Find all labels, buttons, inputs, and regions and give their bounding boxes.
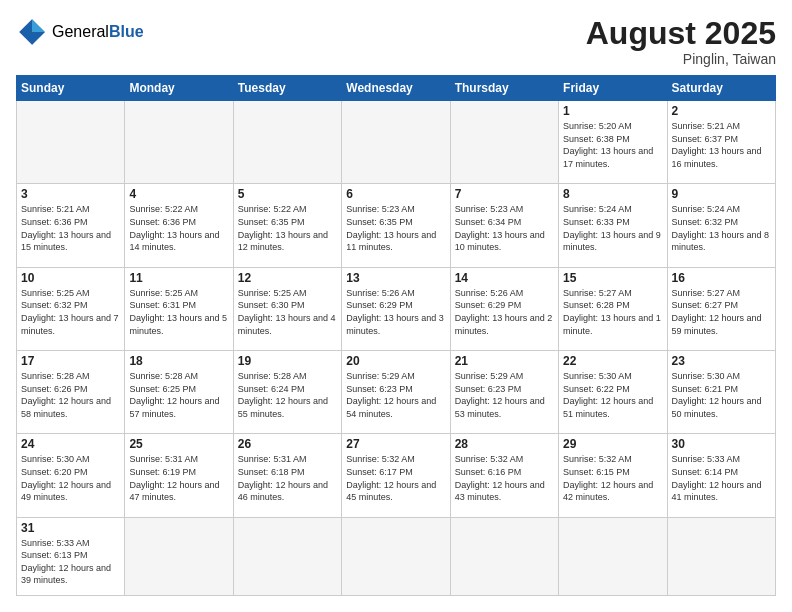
day-26: 26 Sunrise: 5:31 AMSunset: 6:18 PMDaylig…	[233, 434, 341, 517]
day-28: 28 Sunrise: 5:32 AMSunset: 6:16 PMDaylig…	[450, 434, 558, 517]
day-9: 9 Sunrise: 5:24 AMSunset: 6:32 PMDayligh…	[667, 184, 775, 267]
day-14: 14 Sunrise: 5:26 AMSunset: 6:29 PMDaylig…	[450, 267, 558, 350]
day-24: 24 Sunrise: 5:30 AMSunset: 6:20 PMDaylig…	[17, 434, 125, 517]
header-friday: Friday	[559, 76, 667, 101]
logo-icon	[16, 16, 48, 48]
day-1: 1 Sunrise: 5:20 AM Sunset: 6:38 PM Dayli…	[559, 101, 667, 184]
header-wednesday: Wednesday	[342, 76, 450, 101]
week-row-2: 3 Sunrise: 5:21 AMSunset: 6:36 PMDayligh…	[17, 184, 776, 267]
svg-marker-2	[32, 32, 45, 45]
day-30: 30 Sunrise: 5:33 AMSunset: 6:14 PMDaylig…	[667, 434, 775, 517]
empty-cell	[450, 517, 558, 595]
page: GeneralBlue August 2025 Pinglin, Taiwan …	[0, 0, 792, 612]
day-3: 3 Sunrise: 5:21 AMSunset: 6:36 PMDayligh…	[17, 184, 125, 267]
header-monday: Monday	[125, 76, 233, 101]
day-25: 25 Sunrise: 5:31 AMSunset: 6:19 PMDaylig…	[125, 434, 233, 517]
empty-cell	[233, 101, 341, 184]
day-10: 10 Sunrise: 5:25 AMSunset: 6:32 PMDaylig…	[17, 267, 125, 350]
day-16: 16 Sunrise: 5:27 AMSunset: 6:27 PMDaylig…	[667, 267, 775, 350]
day-5: 5 Sunrise: 5:22 AMSunset: 6:35 PMDayligh…	[233, 184, 341, 267]
empty-cell	[559, 517, 667, 595]
day-29: 29 Sunrise: 5:32 AMSunset: 6:15 PMDaylig…	[559, 434, 667, 517]
empty-cell	[342, 517, 450, 595]
weekday-header-row: Sunday Monday Tuesday Wednesday Thursday…	[17, 76, 776, 101]
day-27: 27 Sunrise: 5:32 AMSunset: 6:17 PMDaylig…	[342, 434, 450, 517]
month-title: August 2025	[586, 16, 776, 51]
header-tuesday: Tuesday	[233, 76, 341, 101]
empty-cell	[125, 517, 233, 595]
location: Pinglin, Taiwan	[586, 51, 776, 67]
day-20: 20 Sunrise: 5:29 AMSunset: 6:23 PMDaylig…	[342, 351, 450, 434]
header-saturday: Saturday	[667, 76, 775, 101]
day-6: 6 Sunrise: 5:23 AMSunset: 6:35 PMDayligh…	[342, 184, 450, 267]
day-13: 13 Sunrise: 5:26 AMSunset: 6:29 PMDaylig…	[342, 267, 450, 350]
day-2: 2 Sunrise: 5:21 AM Sunset: 6:37 PM Dayli…	[667, 101, 775, 184]
day-31: 31 Sunrise: 5:33 AMSunset: 6:13 PMDaylig…	[17, 517, 125, 595]
header: GeneralBlue August 2025 Pinglin, Taiwan	[16, 16, 776, 67]
day-2-info: Sunrise: 5:21 AM Sunset: 6:37 PM Dayligh…	[672, 120, 771, 170]
svg-marker-1	[32, 19, 45, 32]
logo: GeneralBlue	[16, 16, 144, 48]
day-21: 21 Sunrise: 5:29 AMSunset: 6:23 PMDaylig…	[450, 351, 558, 434]
week-row-1: 1 Sunrise: 5:20 AM Sunset: 6:38 PM Dayli…	[17, 101, 776, 184]
header-thursday: Thursday	[450, 76, 558, 101]
empty-cell	[342, 101, 450, 184]
day-15: 15 Sunrise: 5:27 AMSunset: 6:28 PMDaylig…	[559, 267, 667, 350]
day-19: 19 Sunrise: 5:28 AMSunset: 6:24 PMDaylig…	[233, 351, 341, 434]
week-row-4: 17 Sunrise: 5:28 AMSunset: 6:26 PMDaylig…	[17, 351, 776, 434]
week-row-5: 24 Sunrise: 5:30 AMSunset: 6:20 PMDaylig…	[17, 434, 776, 517]
day-17: 17 Sunrise: 5:28 AMSunset: 6:26 PMDaylig…	[17, 351, 125, 434]
empty-cell	[233, 517, 341, 595]
day-7: 7 Sunrise: 5:23 AMSunset: 6:34 PMDayligh…	[450, 184, 558, 267]
empty-cell	[17, 101, 125, 184]
title-block: August 2025 Pinglin, Taiwan	[586, 16, 776, 67]
day-12: 12 Sunrise: 5:25 AMSunset: 6:30 PMDaylig…	[233, 267, 341, 350]
day-1-info: Sunrise: 5:20 AM Sunset: 6:38 PM Dayligh…	[563, 120, 662, 170]
day-23: 23 Sunrise: 5:30 AMSunset: 6:21 PMDaylig…	[667, 351, 775, 434]
day-11: 11 Sunrise: 5:25 AMSunset: 6:31 PMDaylig…	[125, 267, 233, 350]
day-22: 22 Sunrise: 5:30 AMSunset: 6:22 PMDaylig…	[559, 351, 667, 434]
calendar: Sunday Monday Tuesday Wednesday Thursday…	[16, 75, 776, 596]
empty-cell	[125, 101, 233, 184]
empty-cell	[667, 517, 775, 595]
week-row-3: 10 Sunrise: 5:25 AMSunset: 6:32 PMDaylig…	[17, 267, 776, 350]
day-18: 18 Sunrise: 5:28 AMSunset: 6:25 PMDaylig…	[125, 351, 233, 434]
header-sunday: Sunday	[17, 76, 125, 101]
logo-text: GeneralBlue	[52, 23, 144, 41]
day-4: 4 Sunrise: 5:22 AMSunset: 6:36 PMDayligh…	[125, 184, 233, 267]
day-8: 8 Sunrise: 5:24 AMSunset: 6:33 PMDayligh…	[559, 184, 667, 267]
week-row-6: 31 Sunrise: 5:33 AMSunset: 6:13 PMDaylig…	[17, 517, 776, 595]
empty-cell	[450, 101, 558, 184]
